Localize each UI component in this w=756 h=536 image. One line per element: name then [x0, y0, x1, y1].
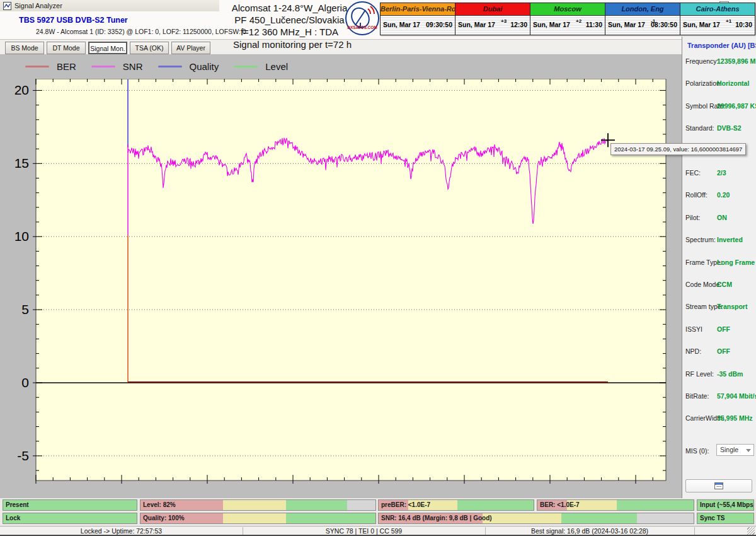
- clock-body: Sun, Mar 17-108:30:50: [605, 16, 680, 35]
- tp-value-issyi: OFF: [717, 325, 730, 333]
- chevron-down-icon: [746, 449, 751, 452]
- tp-label-bitrate: BitRate:: [685, 392, 709, 400]
- clock-body: Sun, Mar 17+211:30: [530, 16, 605, 35]
- legend-item-quality: Quality: [158, 61, 219, 72]
- clock-berlin-paris-vienna-roma: Berlin-Paris-Vienna-RomaSun, Mar 1709:30…: [381, 3, 455, 35]
- tp-value-bitrate: 57,904 Mbit/s: [717, 392, 756, 400]
- clock-time: 08:30:50: [651, 21, 677, 28]
- app-icon: [3, 2, 11, 10]
- title-line-frequency: f=12 360 MHz_H : TDA: [222, 26, 357, 38]
- tp-value-carrierwidth: 35,995 MHz: [717, 414, 753, 422]
- tp-value-frame-type: Long Frame: [717, 259, 755, 266]
- gauge-segment-yellow: [223, 500, 287, 510]
- gauge-segment-green: [286, 500, 347, 510]
- tuner-name: TBS 5927 USB DVB-S2 Tuner: [19, 16, 128, 25]
- tp-label-frequency: Frequency:: [685, 57, 719, 65]
- tp-value-rf-level: -35 dBm: [717, 370, 743, 378]
- signal-gauges-area: PresentLevel: 82%preBER: <1.0E-7BER: <1.…: [0, 498, 756, 526]
- gauge-label: preBER: <1.0E-7: [381, 500, 430, 510]
- clock-city: Dubai: [455, 3, 530, 16]
- clock-time: 12:30: [510, 21, 527, 28]
- gauge-segment-green: [561, 513, 637, 523]
- y-tick-label: 0: [0, 375, 29, 390]
- legend-swatch: [91, 66, 115, 67]
- chart-region: BERSNRQualityLevel 20151050-5: [0, 54, 682, 498]
- gauge-label: Present: [6, 500, 29, 510]
- clock-utc-offset: +3: [501, 18, 507, 24]
- clock-date: Sun, Mar 17: [683, 21, 720, 28]
- legend-label: SNR: [123, 61, 143, 72]
- signal-analyzer-window: Signal Analyzer ✕ TBS 5927 USB DVB-S2 Tu…: [0, 0, 756, 536]
- tp-label-rolloff: RollOff:: [685, 191, 707, 199]
- chart-legend: BERSNRQualityLevel: [25, 59, 303, 73]
- gauge-snr: SNR: 16,4 dB (Margin: 9,8 dB | Good): [378, 513, 694, 524]
- gauge-segment-green: [617, 500, 694, 510]
- legend-item-snr: SNR: [91, 61, 143, 72]
- y-tick-label: 5: [0, 302, 29, 317]
- tab-bs-mode[interactable]: BS Mode: [5, 42, 44, 54]
- mis-value: Single: [720, 446, 738, 453]
- panel-options-button[interactable]: [685, 479, 752, 492]
- gauge-sync-ts: Sync TS: [697, 513, 754, 524]
- tp-label-spectrum: Spectrum:: [685, 236, 716, 243]
- tab-signal-mon[interactable]: Signal Mon.: [88, 42, 127, 54]
- clock-body: Sun, Mar 17+110:30: [680, 16, 755, 35]
- tab-tsa-ok[interactable]: TSA (OK): [130, 42, 169, 54]
- status-divider: [694, 527, 695, 535]
- clock-body: Sun, Mar 1709:30:50: [381, 16, 455, 35]
- title-bar: Signal Analyzer: [0, 0, 219, 11]
- tp-value-spectrum: Inverted: [717, 236, 743, 243]
- gauge-label: Lock: [6, 513, 20, 523]
- tp-value-symbol-rate: 29996,987 KS/s: [717, 102, 756, 110]
- gauge-input-55-4-mbps: Input (~55,4 Mbps): [697, 499, 754, 511]
- clock-date: Sun, Mar 17: [608, 21, 645, 28]
- status-bar: Locked -> Uptime: 72:57:53 SYNC 78 | TEI…: [0, 526, 756, 535]
- mis-label: MIS (0):: [685, 447, 709, 455]
- status-best-signal: Best signal: 16,9 dB (2024-03-16 02:28): [485, 527, 694, 535]
- tp-value-stream-type: Transport: [717, 303, 747, 310]
- signal-plot[interactable]: [31, 79, 671, 486]
- clock-city: Cairo-Athens: [680, 3, 755, 16]
- gauge-label: Input (~55,4 Mbps): [700, 500, 754, 510]
- gauge-ber: BER: <1.0E-7: [537, 499, 694, 511]
- tp-value-standard: DVB-S2: [717, 124, 742, 132]
- resize-grip[interactable]: [747, 527, 755, 535]
- gauge-lock: Lock: [3, 513, 137, 524]
- clock-london-eng: London, EngSun, Mar 17-108:30:50: [605, 3, 680, 35]
- gauge-segment-green: [286, 513, 375, 523]
- mis-dropdown[interactable]: Single: [716, 444, 754, 456]
- tp-value-frequency: 12359,896 MHz: [717, 57, 756, 65]
- title-line-station: PF 450_Lučenec/Slovakia: [222, 14, 357, 26]
- gauge-segment-green: [3, 513, 137, 523]
- legend-item-level: Level: [234, 61, 288, 72]
- clock-body: Sun, Mar 17+312:30: [455, 16, 530, 35]
- clock-moscow: MoscowSun, Mar 17+211:30: [530, 3, 605, 35]
- gauge-label: SNR: 16,4 dB (Margin: 9,8 dB | Good): [381, 513, 492, 523]
- tp-label-code-mode: Code Mode:: [685, 281, 721, 288]
- gauge-segment-yellow: [223, 513, 287, 523]
- clock-city: Berlin-Paris-Vienna-Roma: [381, 3, 455, 16]
- legend-swatch: [25, 66, 49, 67]
- legend-label: BER: [57, 61, 76, 72]
- clock-dubai: DubaiSun, Mar 17+312:30: [455, 3, 530, 35]
- transponder-panel-header: Transponder (AU) [BS]: [687, 42, 756, 49]
- tab-dt-mode[interactable]: DT Mode: [47, 42, 86, 54]
- tab-av-player[interactable]: AV Player: [171, 42, 210, 54]
- tp-label-rf-level: RF Level:: [685, 370, 714, 378]
- tp-label-issyi: ISSYI: [685, 325, 702, 333]
- cursor-value-tooltip: 2024-03-17 09.25.09, value: 16,600000381…: [610, 143, 746, 155]
- tp-label-pilot: Pilot:: [685, 214, 700, 221]
- monitoring-period-label: Signal monitoring per t=72 h: [233, 39, 352, 50]
- tp-value-code-mode: CCM: [717, 281, 732, 288]
- y-tick-label: 20: [0, 83, 29, 98]
- gauge-quality: Quality: 100%: [140, 513, 376, 524]
- status-lock-uptime: Locked -> Uptime: 72:57:53: [0, 527, 243, 535]
- clock-city: London, Eng: [605, 3, 680, 16]
- window-list-icon: [714, 482, 723, 489]
- clock-date: Sun, Mar 17: [458, 21, 495, 28]
- gauge-present: Present: [3, 499, 137, 511]
- transponder-panel: Transponder (AU) [BS] Frequency:12359,89…: [682, 37, 756, 498]
- y-tick-label: 10: [0, 229, 29, 244]
- clock-city: Moscow: [530, 3, 605, 16]
- tp-value-pilot: ON: [717, 214, 727, 221]
